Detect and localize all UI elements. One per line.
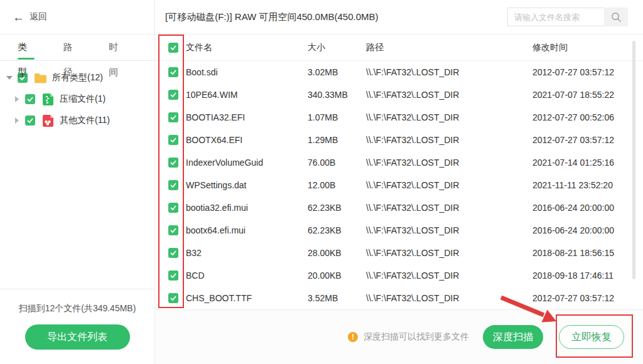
file-modified-time: 2012-07-27 03:57:12: [532, 293, 643, 303]
main-topbar: [可移动磁盘(F:)] RAW 可用空间450.0MB(450.0MB): [155, 0, 643, 35]
row-checkbox[interactable]: [168, 293, 178, 303]
header-path[interactable]: 路径: [366, 42, 532, 53]
table-row[interactable]: BOOTIA32.EFI 1.07MB \\.\F:\FAT32\.LOST_D…: [155, 106, 643, 129]
header-modified-time[interactable]: 修改时间: [532, 42, 643, 53]
file-modified-time: 2012-07-27 00:52:06: [532, 112, 643, 122]
tree-item-other-files[interactable]: 其他文件(11): [0, 110, 154, 131]
table-row[interactable]: BCD 20.00KB \\.\F:\FAT32\.LOST_DIR 2018-…: [155, 264, 643, 287]
deep-scan-button[interactable]: 深度扫描: [483, 325, 543, 349]
file-path: \\.\F:\FAT32\.LOST_DIR: [366, 293, 532, 303]
file-name: BOOTX64.EFI: [186, 135, 308, 145]
file-size: 3.52MB: [308, 293, 366, 303]
file-path: \\.\F:\FAT32\.LOST_DIR: [366, 225, 532, 235]
file-modified-time: 2012-07-27 03:57:12: [532, 135, 643, 145]
file-path: \\.\F:\FAT32\.LOST_DIR: [366, 203, 532, 213]
file-name: 10PE64.WIM: [186, 90, 308, 100]
header-size[interactable]: 大小: [308, 42, 366, 53]
archive-file-icon: [41, 94, 55, 105]
file-path: \\.\F:\FAT32\.LOST_DIR: [366, 248, 532, 258]
file-size: 1.07MB: [308, 112, 366, 122]
tab-type[interactable]: 类型: [18, 35, 35, 61]
file-path: \\.\F:\FAT32\.LOST_DIR: [366, 270, 532, 281]
file-name: BOOTIA32.EFI: [186, 112, 308, 122]
table-row[interactable]: Boot.sdi 3.02MB \\.\F:\FAT32\.LOST_DIR 2…: [155, 61, 643, 83]
table-row[interactable]: 10PE64.WIM 340.33MB \\.\F:\FAT32\.LOST_D…: [155, 83, 643, 106]
tree-item-label: 所有类型(12): [52, 72, 103, 83]
tree-item-label: 压缩文件(1): [60, 94, 105, 105]
file-modified-time: 2021-11-11 23:52:20: [532, 180, 643, 190]
file-size: 1.29MB: [308, 135, 366, 145]
caret-right-icon[interactable]: [15, 117, 19, 124]
export-file-list-button[interactable]: 导出文件列表: [25, 324, 130, 350]
table-row[interactable]: IndexerVolumeGuid 76.00B \\.\F:\FAT32\.L…: [155, 151, 643, 174]
back-arrow-icon: ←: [13, 11, 24, 23]
row-checkbox[interactable]: [168, 270, 178, 281]
file-modified-time: 2021-07-07 18:55:22: [532, 90, 643, 100]
tree-item-archive-files[interactable]: 压缩文件(1): [0, 88, 154, 110]
row-checkbox[interactable]: [168, 135, 178, 145]
row-checkbox[interactable]: [168, 203, 178, 213]
file-modified-time: 2018-09-18 17:46:11: [532, 270, 643, 281]
file-size: 3.02MB: [308, 67, 366, 77]
table-row[interactable]: B32 28.00KB \\.\F:\FAT32\.LOST_DIR 2018-…: [155, 242, 643, 264]
table-row[interactable]: CHS_BOOT.TTF 3.52MB \\.\F:\FAT32\.LOST_D…: [155, 287, 643, 309]
file-size: 340.33MB: [308, 90, 366, 100]
back-button[interactable]: ← 返回: [13, 11, 47, 23]
table-row[interactable]: BOOTX64.EFI 1.29MB \\.\F:\FAT32\.LOST_DI…: [155, 129, 643, 151]
file-path: \\.\F:\FAT32\.LOST_DIR: [366, 158, 532, 168]
caret-down-icon[interactable]: [6, 76, 13, 80]
tab-path[interactable]: 路径: [63, 35, 80, 61]
file-modified-time: 2021-07-14 01:25:16: [532, 158, 643, 168]
back-label: 返回: [30, 11, 47, 23]
select-all-checkbox[interactable]: [168, 43, 178, 53]
file-name: bootia32.efi.mui: [186, 203, 308, 213]
file-name: Boot.sdi: [186, 67, 308, 77]
search-icon: [611, 12, 622, 23]
file-name: bootx64.efi.mui: [186, 225, 308, 235]
checkbox-archive-files[interactable]: [25, 94, 35, 104]
file-name: WPSettings.dat: [186, 180, 308, 190]
sidebar-topbar: ← 返回: [0, 0, 154, 35]
file-modified-time: 2018-08-21 18:56:15: [532, 248, 643, 258]
file-name: CHS_BOOT.TTF: [186, 293, 308, 303]
table-row[interactable]: WPSettings.dat 12.00B \\.\F:\FAT32\.LOST…: [155, 174, 643, 196]
deep-scan-hint: 深度扫描可以找到更多文件: [364, 331, 469, 343]
row-checkbox[interactable]: [168, 158, 178, 168]
checkbox-other-files[interactable]: [25, 115, 35, 126]
file-name: B32: [186, 248, 308, 258]
recover-now-button[interactable]: 立即恢复: [559, 325, 624, 349]
table-row[interactable]: bootx64.efi.mui 62.23KB \\.\F:\FAT32\.LO…: [155, 219, 643, 242]
table-row[interactable]: bootia32.efi.mui 62.23KB \\.\F:\FAT32\.L…: [155, 196, 643, 219]
file-size: 76.00B: [308, 158, 366, 168]
table-header: 文件名 大小 路径 修改时间: [155, 35, 643, 61]
row-checkbox[interactable]: [168, 248, 178, 258]
file-recovery-window: ← 返回 类型 路径 时间 所有类型(12): [0, 0, 643, 364]
caret-right-icon[interactable]: [15, 96, 19, 102]
row-checkbox[interactable]: [168, 180, 178, 190]
file-path: \\.\F:\FAT32\.LOST_DIR: [366, 67, 532, 77]
file-size: 20.00KB: [308, 270, 366, 281]
vertical-scrollbar[interactable]: [632, 41, 635, 279]
file-name: BCD: [186, 270, 308, 281]
other-file-icon: [41, 115, 55, 127]
file-path: \\.\F:\FAT32\.LOST_DIR: [366, 90, 532, 100]
file-size: 28.00KB: [308, 248, 366, 258]
tab-time[interactable]: 时间: [109, 35, 126, 61]
sidebar-tabs: 类型 路径 时间: [0, 35, 154, 61]
search-input[interactable]: [507, 8, 604, 26]
header-filename[interactable]: 文件名: [186, 42, 308, 53]
search-button[interactable]: [604, 8, 628, 26]
row-checkbox[interactable]: [168, 90, 178, 100]
sidebar: ← 返回 类型 路径 时间 所有类型(12): [0, 0, 155, 364]
row-checkbox[interactable]: [168, 67, 178, 77]
row-checkbox[interactable]: [168, 225, 178, 235]
file-modified-time: 2012-07-27 03:57:12: [532, 67, 643, 77]
file-table-body: Boot.sdi 3.02MB \\.\F:\FAT32\.LOST_DIR 2…: [155, 61, 643, 309]
file-size: 12.00B: [308, 180, 366, 190]
row-checkbox[interactable]: [168, 112, 178, 122]
file-name: IndexerVolumeGuid: [186, 158, 308, 168]
file-modified-time: 2016-06-24 20:00:00: [532, 225, 643, 235]
tree-item-label: 其他文件(11): [60, 115, 110, 126]
file-path: \\.\F:\FAT32\.LOST_DIR: [366, 112, 532, 122]
warning-icon: !: [348, 332, 358, 342]
